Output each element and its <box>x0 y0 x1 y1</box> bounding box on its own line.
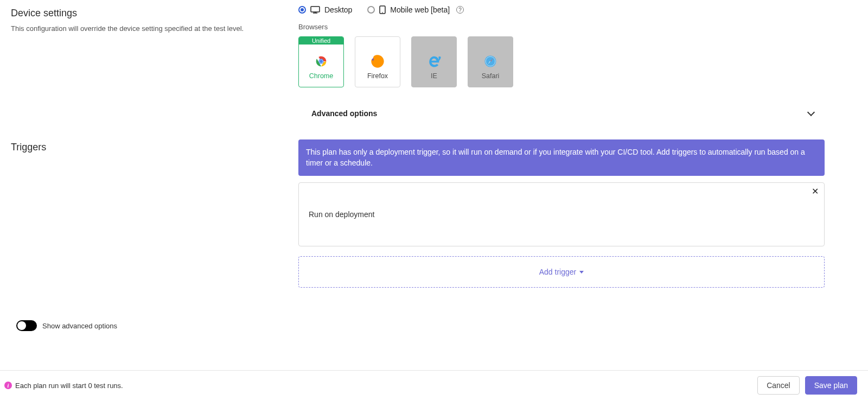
advanced-options-toggle[interactable]: Advanced options <box>298 87 825 123</box>
device-settings-desc: This configuration will override the dev… <box>11 24 288 33</box>
browser-safari[interactable]: Safari <box>468 36 513 87</box>
desktop-icon <box>310 6 320 14</box>
chevron-down-icon <box>807 109 815 116</box>
save-plan-button[interactable]: Save plan <box>805 376 857 395</box>
unified-badge: Unified <box>299 37 343 45</box>
device-settings-title: Device settings <box>11 8 288 19</box>
triggers-title: Triggers <box>11 142 288 153</box>
browser-tiles: Unified Chrome Firefox <box>298 36 825 87</box>
browser-name: IE <box>431 72 437 80</box>
device-type-radios: Desktop Mobile web [beta] ? <box>298 5 825 14</box>
footer-info-text: Each plan run will start 0 test runs. <box>15 382 123 390</box>
browser-name: Chrome <box>309 72 333 80</box>
radio-empty-icon <box>367 6 375 14</box>
safari-icon <box>483 54 498 69</box>
radio-dot-icon <box>298 6 306 14</box>
info-icon: i <box>4 382 12 389</box>
ie-icon <box>426 54 442 69</box>
mobile-icon <box>379 5 386 14</box>
advanced-options-label: Advanced options <box>311 109 377 118</box>
triggers-info-banner: This plan has only a deployment trigger,… <box>298 139 825 176</box>
caret-down-icon <box>579 271 584 274</box>
cancel-button[interactable]: Cancel <box>757 376 800 395</box>
radio-mobile-label: Mobile web [beta] <box>390 5 450 14</box>
browser-name: Safari <box>482 72 500 80</box>
svg-point-7 <box>320 60 323 63</box>
browser-ie[interactable]: IE <box>411 36 457 87</box>
footer: i Each plan run will start 0 test runs. … <box>0 370 868 400</box>
device-settings-section: Device settings This configuration will … <box>11 5 857 123</box>
svg-point-4 <box>382 12 384 13</box>
chrome-icon <box>314 54 329 69</box>
add-trigger-label: Add trigger <box>539 268 576 276</box>
help-icon[interactable]: ? <box>456 6 464 14</box>
radio-desktop[interactable]: Desktop <box>298 5 352 14</box>
trigger-label: Run on deployment <box>309 210 374 219</box>
show-advanced-toggle[interactable] <box>16 320 37 331</box>
browser-name: Firefox <box>367 72 388 80</box>
radio-desktop-label: Desktop <box>324 5 352 14</box>
firefox-icon <box>370 54 385 69</box>
show-advanced-row: Show advanced options <box>11 304 857 342</box>
browser-firefox[interactable]: Firefox <box>355 36 400 87</box>
triggers-section: Triggers This plan has only a deployment… <box>11 139 857 288</box>
browser-chrome[interactable]: Unified Chrome <box>298 36 344 87</box>
radio-mobile[interactable]: Mobile web [beta] ? <box>367 5 464 14</box>
show-advanced-label: Show advanced options <box>42 322 117 330</box>
svg-rect-0 <box>311 7 320 12</box>
close-icon[interactable]: ✕ <box>812 187 819 196</box>
browsers-label: Browsers <box>298 23 825 31</box>
trigger-card: ✕ Run on deployment <box>298 182 825 246</box>
add-trigger-button[interactable]: Add trigger <box>298 256 825 288</box>
